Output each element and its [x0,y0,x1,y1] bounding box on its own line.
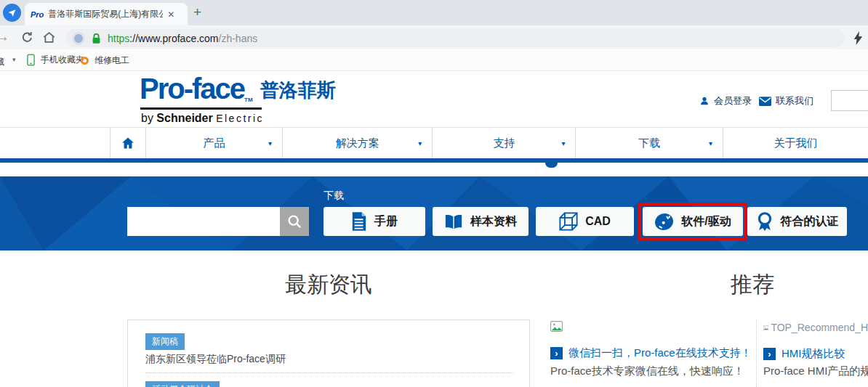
bookmark-folder-caret-icon[interactable]: ▾ [12,56,16,63]
image-alt-text: TOP_Recommend_H [771,322,868,333]
envelope-icon [759,97,771,106]
broken-image-icon [550,321,563,332]
forward-icon[interactable]: → [0,28,9,45]
bookmark-favicon [81,57,89,65]
news-badge: 活动展会研讨会 [145,381,220,387]
site-permission-icon[interactable] [74,34,83,43]
member-login-link[interactable]: 会员登录 [699,94,752,107]
lightning-icon[interactable] [853,31,863,48]
bookmark-label: 手机收藏夹 [41,54,84,66]
hero-button-manual[interactable]: 手册 [324,207,425,236]
contact-us-link[interactable]: 联系我们 [759,94,813,107]
nav-label: 支持 [493,137,515,150]
recommend-item-wechat[interactable]: › 微信扫一扫，Pro-face在线技术支持！ [550,346,752,360]
hero-search-button[interactable] [280,207,309,236]
recommend-item-hmi[interactable]: › HMI规格比较 [763,347,845,361]
recommend-description: Pro-face技术专家微信在线，快速响应！ [550,364,744,378]
nav-item-solutions[interactable]: 解决方案 ▾ [283,128,433,158]
hero-button-catalog[interactable]: 样本资料 [433,207,529,236]
recommend-link: HMI规格比较 [781,347,845,361]
chevron-down-icon: ▾ [561,139,565,147]
document-icon [351,212,367,231]
hero-button-label: 符合的认证 [781,214,839,229]
hero-download-label: 下载 [324,190,344,203]
logo-chinese: 普洛菲斯 [260,78,336,103]
paper-plane-icon [7,8,17,17]
recommend-link: 微信扫一扫，Pro-face在线技术支持！ [568,346,752,360]
nav-spacer [0,128,110,158]
bookmark-label: 维修电工 [95,54,129,67]
logo-tm: TM [244,97,253,103]
contact-us-label: 联系我们 [776,94,813,107]
cube-icon [559,212,578,231]
nav-underline [0,158,868,163]
logo-rule [140,107,262,110]
hero-button-cad[interactable]: CAD [536,207,634,236]
recommend-item-hmi-image: TOP_Recommend_H [763,322,868,333]
screen: Pro 普洛菲斯国际贸易(上海)有限公司 ✕ + → https://www.p… [0,0,868,387]
url-text: https://www.proface.com/zh-hans [108,33,257,44]
url-bar[interactable]: https://www.proface.com/zh-hans [65,29,845,47]
tab-close-icon[interactable]: ✕ [167,9,174,20]
person-icon [699,96,710,106]
nav-label: 下载 [638,137,660,150]
nav-item-support[interactable]: 支持 ▾ [433,128,576,158]
news-card: 新闻稿 浦东新区领导莅临Pro-face调研 活动展会研讨会 [127,319,530,387]
recommend-section-title: 推荐 [731,270,774,300]
bookmark-item-mobile[interactable]: 手机收藏夹 [27,54,84,66]
recommend-divider [756,319,757,387]
book-icon [444,214,463,229]
new-tab-button[interactable]: + [193,4,201,20]
chevron-right-icon: › [550,347,563,359]
lock-icon[interactable] [92,33,101,44]
news-item-link[interactable]: 浦东新区领导莅临Pro-face调研 [145,353,286,366]
main-nav: 产品 ▾ 解决方案 ▾ 支持 ▾ 下载 ▾ 关于我们 [0,127,868,158]
medal-icon [756,211,773,232]
nav-item-about[interactable]: 关于我们 [723,128,868,158]
chevron-down-icon: ▾ [418,139,422,147]
house-icon [121,136,135,150]
recommend-item-wechat-image [550,321,563,335]
bookmarks-bar [0,49,868,71]
browser-tab[interactable]: Pro 普洛菲斯国际贸易(上海)有限公司 ✕ [25,3,188,25]
bookmark-item-repair[interactable]: 维修电工 [81,54,129,67]
home-icon[interactable] [42,30,56,47]
reload-icon[interactable] [20,30,34,47]
nav-label: 关于我们 [774,137,818,150]
hero-button-label: 样本资料 [470,214,517,229]
member-login-label: 会员登录 [714,94,752,107]
chevron-right-icon: › [763,348,776,360]
search-icon [286,213,302,229]
nav-label: 解决方案 [336,137,379,150]
bookmark-folder-partial[interactable]: 藏 [0,56,4,68]
nav-item-download[interactable]: 下载 ▾ [576,128,723,158]
news-divider [145,372,513,373]
tab-title: 普洛菲斯国际贸易(上海)有限公司 [48,8,163,20]
browser-menu-button[interactable] [3,4,21,22]
chevron-down-icon: ▾ [268,139,272,147]
logo-wordmark: Pro-face [140,74,244,103]
nav-label: 产品 [203,137,225,150]
hero-button-label: CAD [585,215,611,228]
phone-icon [27,54,35,66]
nav-home-button[interactable] [110,128,146,158]
nav-item-products[interactable]: 产品 ▾ [146,128,283,158]
logo-byline: by Schneider Electric [141,112,264,125]
site-logo[interactable]: Pro-faceTM 普洛菲斯 [140,74,336,103]
nav-active-indicator [545,163,558,168]
broken-image-icon [763,322,768,333]
recommend-description: Pro-face HMI产品的规格比较 [763,364,868,378]
hero-search-input[interactable] [127,207,280,236]
site-favicon: Pro [31,10,44,19]
hero-button-label: 手册 [374,214,398,229]
highlight-box [638,203,747,240]
news-badge: 新闻稿 [145,333,185,350]
header-search-input[interactable] [831,90,868,111]
chevron-down-icon: ▾ [709,139,712,147]
news-section-title: 最新资讯 [127,270,530,300]
hero-button-certifications[interactable]: 符合的认证 [747,207,847,236]
